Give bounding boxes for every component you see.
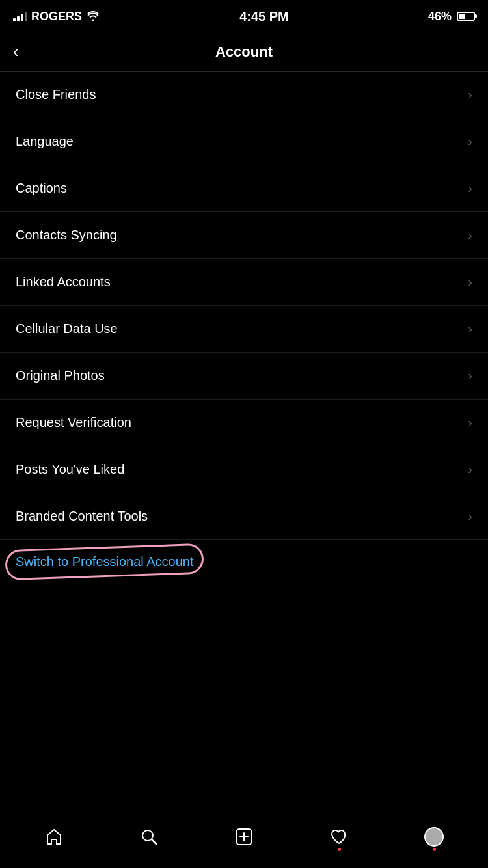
new-post-icon — [234, 826, 254, 847]
menu-item-posts-liked[interactable]: Posts You've Liked › — [0, 446, 488, 493]
menu-item-label: Contacts Syncing — [16, 228, 117, 243]
nav-item-home[interactable] — [33, 821, 75, 852]
menu-item-label: Request Verification — [16, 415, 131, 430]
menu-item-contacts-syncing[interactable]: Contacts Syncing › — [0, 212, 488, 259]
menu-item-captions[interactable]: Captions › — [0, 165, 488, 212]
header: ‹ Account — [0, 33, 488, 72]
menu-item-branded-content-tools[interactable]: Branded Content Tools › — [0, 493, 488, 540]
chevron-right-icon: › — [468, 275, 472, 290]
back-button[interactable]: ‹ — [13, 42, 19, 62]
nav-item-activity[interactable] — [318, 821, 360, 852]
chevron-right-icon: › — [468, 87, 472, 102]
menu-item-label: Cellular Data Use — [16, 321, 118, 336]
signal-icon — [13, 11, 27, 21]
status-right: 46% — [428, 10, 475, 23]
status-left: ROGERS — [13, 10, 100, 23]
profile-icon — [424, 826, 444, 847]
menu-item-label: Branded Content Tools — [16, 509, 148, 524]
menu-item-label: Linked Accounts — [16, 275, 111, 290]
chevron-right-icon: › — [468, 228, 472, 243]
nav-item-profile[interactable] — [413, 821, 455, 852]
menu-item-original-photos[interactable]: Original Photos › — [0, 353, 488, 400]
menu-item-label: Language — [16, 134, 74, 149]
menu-item-request-verification[interactable]: Request Verification › — [0, 400, 488, 446]
menu-item-cellular-data-use[interactable]: Cellular Data Use › — [0, 306, 488, 353]
menu-item-linked-accounts[interactable]: Linked Accounts › — [0, 259, 488, 306]
wifi-icon — [86, 11, 100, 21]
nav-item-search[interactable] — [128, 821, 170, 852]
chevron-right-icon: › — [468, 181, 472, 196]
chevron-right-icon: › — [468, 368, 472, 383]
menu-item-close-friends[interactable]: Close Friends › — [0, 72, 488, 118]
chevron-right-icon: › — [468, 134, 472, 149]
home-icon — [44, 826, 64, 847]
carrier-name: ROGERS — [31, 10, 82, 23]
chevron-right-icon: › — [468, 509, 472, 524]
switch-to-professional-button[interactable]: Switch to Professional Account — [16, 554, 193, 569]
search-icon — [139, 826, 159, 847]
menu-item-label: Original Photos — [16, 368, 105, 383]
menu-item-label: Posts You've Liked — [16, 462, 124, 477]
time-display: 4:45 PM — [239, 9, 289, 24]
chevron-right-icon: › — [468, 321, 472, 336]
heart-icon — [329, 826, 349, 847]
professional-section: Switch to Professional Account — [0, 540, 488, 584]
menu-item-label: Captions — [16, 181, 67, 196]
battery-icon — [457, 12, 475, 21]
activity-notification-dot — [338, 848, 341, 851]
menu-item-language[interactable]: Language › — [0, 118, 488, 165]
nav-item-new-post[interactable] — [223, 821, 265, 852]
chevron-right-icon: › — [468, 462, 472, 477]
bottom-nav — [0, 811, 488, 868]
page-title: Account — [215, 44, 273, 61]
menu-list: Close Friends › Language › Captions › Co… — [0, 72, 488, 540]
status-bar: ROGERS 4:45 PM 46% — [0, 0, 488, 33]
profile-notification-dot — [433, 848, 436, 851]
battery-percent: 46% — [428, 10, 452, 23]
chevron-right-icon: › — [468, 415, 472, 430]
svg-line-1 — [152, 839, 156, 844]
menu-item-label: Close Friends — [16, 87, 96, 102]
